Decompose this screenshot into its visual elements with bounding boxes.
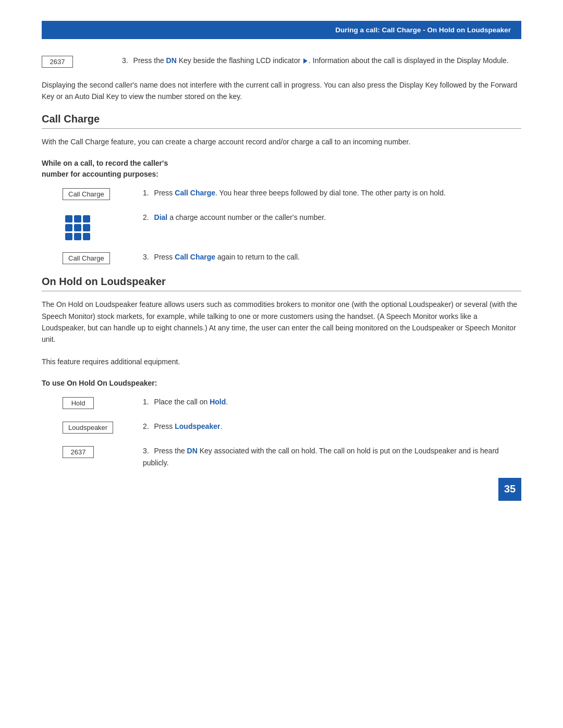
on-hold-step-2: Loudspeaker 2. Press Loudspeaker.: [63, 421, 521, 434]
hold-key: Hold: [63, 397, 94, 409]
loudspeaker-key: Loudspeaker: [63, 422, 113, 434]
step3-left: Call Charge: [63, 251, 130, 264]
dn-bold-onhold: DN: [187, 447, 198, 455]
call-charge-description: With the Call Charge feature, you can cr…: [42, 136, 521, 147]
hold-bold: Hold: [210, 398, 226, 406]
intro-paragraph: Displaying the second caller's name does…: [42, 79, 521, 103]
loudspeaker-step2-left: Loudspeaker: [63, 421, 130, 434]
call-charge-key-3: Call Charge: [63, 252, 110, 264]
on-hold-step-3: 2637 3. Press the DN Key associated with…: [63, 445, 521, 468]
page-number: 35: [498, 478, 521, 501]
intro-step-row: 2637 3. Press the DN Key beside the flas…: [42, 55, 521, 68]
call-charge-key-1: Call Charge: [63, 188, 110, 200]
header-title: During a call: Call Charge - On Hold on …: [335, 26, 511, 34]
intro-step-left: 2637: [42, 55, 109, 68]
call-charge-step-2: 2. Dial a charge account number or the c…: [63, 212, 521, 240]
key-2637-onhold: 2637: [63, 446, 94, 458]
key-2637-intro: 2637: [42, 56, 73, 68]
dn-step3-left: 2637: [63, 445, 130, 458]
on-hold-heading: On Hold on Loudspeaker: [42, 276, 521, 291]
call-charge-bold-3: Call Charge: [175, 253, 215, 261]
dn-key-label: DN: [166, 56, 177, 65]
hold-step1-right: 1. Place the call on Hold.: [143, 396, 521, 408]
dial-bold: Dial: [154, 213, 168, 221]
call-charge-bold-1: Call Charge: [175, 189, 215, 197]
header-bar: During a call: Call Charge - On Hold on …: [42, 21, 521, 39]
step2-left: [63, 212, 130, 240]
step2-right: 2. Dial a charge account number or the c…: [143, 212, 521, 223]
keypad-icon: [63, 213, 90, 240]
call-charge-steps: Call Charge 1. Press Call Charge. You he…: [63, 187, 521, 264]
step3-right: 3. Press Call Charge again to return to …: [143, 251, 521, 263]
intro-step-right: 3. Press the DN Key beside the flashing …: [122, 55, 521, 66]
call-charge-step-3: Call Charge 3. Press Call Charge again t…: [63, 251, 521, 264]
call-charge-sub-heading: While on a call, to record the caller's …: [42, 158, 521, 180]
hold-step1-left: Hold: [63, 396, 130, 409]
on-hold-sub-heading: To use On Hold On Loudspeaker:: [42, 378, 521, 389]
step1-right: 1. Press Call Charge. You hear three bee…: [143, 187, 521, 199]
on-hold-description: The On Hold on Loudspeaker feature allow…: [42, 299, 521, 346]
call-charge-heading: Call Charge: [42, 113, 521, 129]
dn-step3-right: 3. Press the DN Key associated with the …: [143, 445, 521, 468]
step1-left: Call Charge: [63, 187, 130, 200]
on-hold-additional: This feature requires additional equipme…: [42, 356, 521, 367]
page: During a call: Call Charge - On Hold on …: [0, 0, 563, 522]
on-hold-step-1: Hold 1. Place the call on Hold.: [63, 396, 521, 409]
play-icon: [303, 58, 308, 64]
call-charge-step-1: Call Charge 1. Press Call Charge. You he…: [63, 187, 521, 200]
loudspeaker-step2-right: 2. Press Loudspeaker.: [143, 421, 521, 432]
loudspeaker-bold: Loudspeaker: [175, 422, 220, 430]
on-hold-steps: Hold 1. Place the call on Hold. Loudspea…: [63, 396, 521, 468]
